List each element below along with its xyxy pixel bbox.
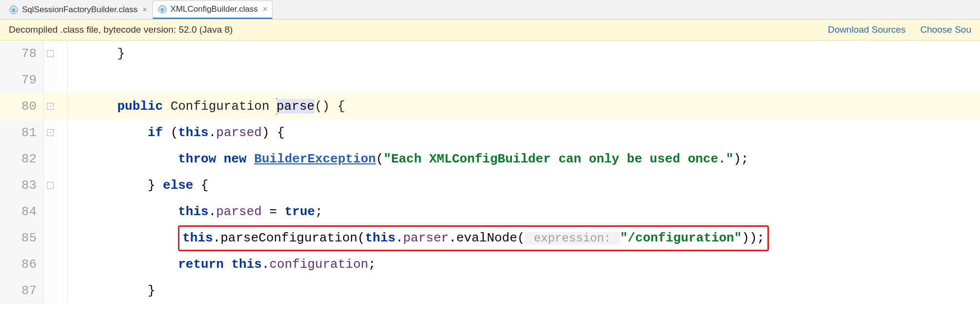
line-number: 83	[0, 172, 44, 199]
svg-text:c: c	[12, 7, 15, 13]
indent-guide	[58, 93, 87, 120]
line-number: 81	[0, 120, 44, 146]
code-line[interactable]	[87, 67, 980, 93]
fold-gutter[interactable]: -	[44, 93, 58, 120]
class-file-icon: c	[9, 5, 18, 14]
line-number: 86	[0, 251, 44, 278]
line-number: 82	[0, 146, 44, 172]
code-editor[interactable]: 78 } 79 80 - public Configuration parse(…	[0, 40, 980, 304]
class-file-icon: c	[158, 5, 167, 14]
line-number: 85	[0, 225, 44, 251]
code-line[interactable]: }	[87, 278, 980, 304]
indent-guide	[58, 67, 87, 93]
indent-guide	[58, 251, 87, 278]
parameter-hint: expression:	[525, 232, 620, 245]
indent-guide	[58, 278, 87, 304]
tab-xmlconfigbuilder[interactable]: c XMLConfigBuilder.class ×	[153, 0, 273, 19]
line-number: 84	[0, 199, 44, 225]
fold-end-icon[interactable]	[47, 50, 54, 57]
code-row: 78 }	[0, 40, 980, 67]
code-row: 84 this.parsed = true;	[0, 199, 980, 225]
notice-text: Decompiled .class file, bytecode version…	[9, 24, 233, 35]
code-line[interactable]: }	[87, 40, 980, 67]
editor-tabs: c SqlSessionFactoryBuilder.class × c XML…	[0, 0, 980, 20]
indent-guide	[58, 199, 87, 225]
fold-end-icon[interactable]	[47, 182, 54, 189]
code-line[interactable]: throw new BuilderException("Each XMLConf…	[87, 146, 980, 172]
fold-gutter[interactable]: -	[44, 120, 58, 146]
code-row-current: 80 - public Configuration parse() {	[0, 93, 980, 120]
code-row: 86 return this.configuration;	[0, 251, 980, 278]
fold-gutter[interactable]	[44, 278, 58, 304]
fold-gutter[interactable]	[44, 251, 58, 278]
class-reference-link[interactable]: BuilderException	[254, 152, 376, 166]
code-row: 79	[0, 67, 980, 93]
code-line[interactable]: this.parsed = true;	[87, 199, 980, 225]
code-line[interactable]: } else {	[87, 172, 980, 199]
line-number: 79	[0, 67, 44, 93]
tab-label: XMLConfigBuilder.class	[171, 4, 258, 14]
code-row: 87 }	[0, 278, 980, 304]
code-row: 82 throw new BuilderException("Each XMLC…	[0, 146, 980, 172]
indent-guide	[58, 40, 87, 67]
indent-guide	[58, 172, 87, 199]
choose-sources-link[interactable]: Choose Sou	[920, 24, 971, 35]
line-number: 80	[0, 93, 44, 120]
indent-guide	[58, 146, 87, 172]
indent-guide	[58, 225, 87, 251]
fold-gutter[interactable]	[44, 225, 58, 251]
tab-sqlsessionfactorybuilder[interactable]: c SqlSessionFactoryBuilder.class ×	[4, 0, 153, 19]
fold-toggle-icon[interactable]: -	[47, 129, 54, 136]
line-number: 87	[0, 278, 44, 304]
fold-gutter[interactable]	[44, 199, 58, 225]
fold-gutter[interactable]	[44, 40, 58, 67]
close-icon[interactable]: ×	[142, 5, 147, 14]
code-row: 83 } else {	[0, 172, 980, 199]
code-row: 85 this.parseConfiguration(this.parser.e…	[0, 225, 980, 251]
download-sources-link[interactable]: Download Sources	[828, 24, 905, 35]
svg-text:c: c	[160, 6, 163, 12]
indent-guide	[58, 120, 87, 146]
fold-gutter[interactable]	[44, 172, 58, 199]
close-icon[interactable]: ×	[263, 5, 267, 14]
code-line[interactable]: if (this.parsed) {	[87, 120, 980, 146]
decompile-notice-bar: Decompiled .class file, bytecode version…	[0, 20, 980, 40]
notice-links: Download Sources Choose Sou	[828, 24, 971, 35]
code-line[interactable]: return this.configuration;	[87, 251, 980, 278]
fold-gutter[interactable]	[44, 146, 58, 172]
highlight-box: this.parseConfiguration(this.parser.eval…	[178, 225, 769, 251]
tab-label: SqlSessionFactoryBuilder.class	[22, 5, 137, 15]
fold-toggle-icon[interactable]: -	[47, 103, 54, 110]
fold-gutter[interactable]	[44, 67, 58, 93]
line-number: 78	[0, 40, 44, 67]
code-line[interactable]: this.parseConfiguration(this.parser.eval…	[87, 225, 980, 251]
code-row: 81 - if (this.parsed) {	[0, 120, 980, 146]
code-line[interactable]: public Configuration parse() {	[87, 93, 980, 120]
